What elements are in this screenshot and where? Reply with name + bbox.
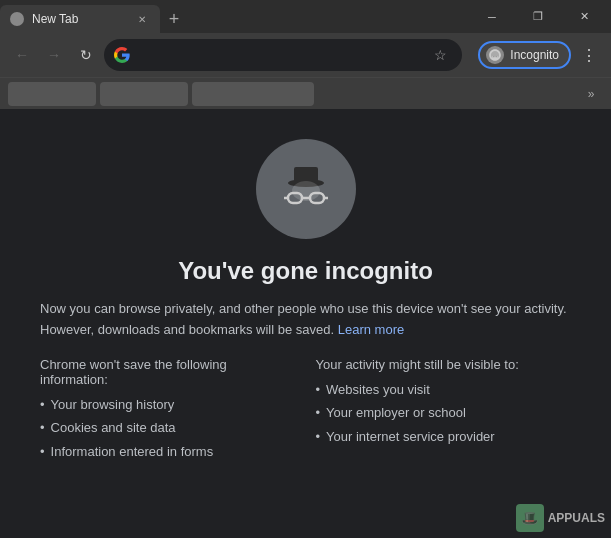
bookmarks-more-button[interactable]: » [579,82,603,106]
window-controls: ─ ❐ ✕ [469,0,607,33]
incognito-description: Now you can browse privately, and other … [40,299,571,341]
reload-button[interactable]: ↻ [72,41,100,69]
minimize-button[interactable]: ─ [469,0,515,33]
watermark-text: APPUALS [548,511,605,525]
learn-more-link[interactable]: Learn more [338,322,404,337]
back-button[interactable]: ← [8,41,36,69]
google-icon [114,47,130,63]
chrome-wont-save-col: Chrome won't save the following informat… [40,357,296,464]
main-content: You've gone incognito Now you can browse… [0,109,611,538]
profile-name: Incognito [510,48,559,62]
bookmark-item-2[interactable]: ████████ [100,82,188,106]
watermark-logo: 🎩 [516,504,544,532]
chrome-wont-save-list: Your browsing history Cookies and site d… [40,393,296,464]
active-tab[interactable]: New Tab ✕ [0,5,160,33]
bookmark-item-1[interactable]: ████████ [8,82,96,106]
list-item: Cookies and site data [40,416,296,440]
watermark: 🎩 APPUALS [516,504,605,532]
bookmark-star-button[interactable]: ☆ [428,43,452,67]
tab-title: New Tab [32,12,126,26]
list-item: Your internet service provider [316,425,572,449]
info-columns: Chrome won't save the following informat… [40,357,571,464]
incognito-heading: You've gone incognito [178,257,433,285]
list-item: Your employer or school [316,401,572,425]
title-bar: New Tab ✕ + ─ ❐ ✕ [0,0,611,33]
chrome-wont-save-title: Chrome won't save the following informat… [40,357,296,387]
activity-visible-title: Your activity might still be visible to: [316,357,572,372]
tab-favicon [10,12,24,26]
nav-bar: ← → ↻ ☆ Incognito ⋮ [0,33,611,77]
bookmarks-bar: ████████ ████████ ████████████ » [0,77,611,109]
list-item: Websites you visit [316,378,572,402]
address-bar[interactable]: ☆ [104,39,462,71]
tab-close-button[interactable]: ✕ [134,11,150,27]
description-text: Now you can browse privately, and other … [40,301,567,337]
incognito-svg [274,157,338,221]
maximize-button[interactable]: ❐ [515,0,561,33]
incognito-icon [256,139,356,239]
list-item: Information entered in forms [40,440,296,464]
bookmark-item-3[interactable]: ████████████ [192,82,314,106]
list-item: Your browsing history [40,393,296,417]
profile-icon [486,46,504,64]
profile-button[interactable]: Incognito [478,41,571,69]
activity-visible-list: Websites you visit Your employer or scho… [316,378,572,449]
browser-menu-button[interactable]: ⋮ [575,41,603,69]
close-button[interactable]: ✕ [561,0,607,33]
new-tab-button[interactable]: + [160,5,188,33]
forward-button[interactable]: → [40,41,68,69]
activity-visible-col: Your activity might still be visible to:… [316,357,572,464]
